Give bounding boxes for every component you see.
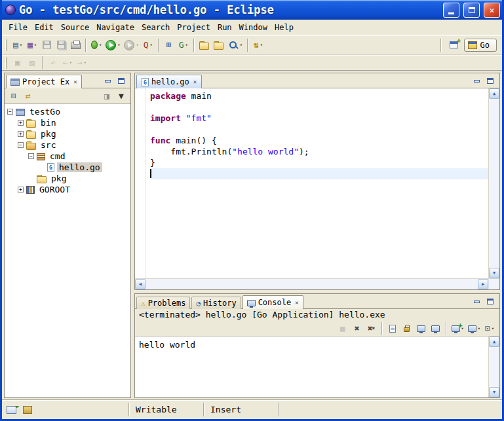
scroll-down-button[interactable] — [489, 268, 499, 278]
print-button[interactable] — [68, 37, 83, 52]
tree-item-pkg[interactable]: pkg — [5, 173, 130, 184]
code-line[interactable]: func main() { — [150, 135, 488, 146]
expand-toggle-icon[interactable]: + — [18, 120, 24, 126]
console-tab[interactable]: Console — [242, 295, 303, 309]
expand-toggle-icon[interactable]: + — [18, 131, 24, 137]
go-tools-button[interactable]: G▾ — [176, 37, 191, 52]
minimize-button[interactable] — [443, 3, 459, 18]
view-menu-button[interactable]: ▼ — [114, 88, 128, 103]
maximize-view-button[interactable] — [484, 76, 496, 86]
code-line[interactable] — [150, 124, 488, 135]
code-line[interactable]: fmt.Println("hello world"); — [150, 146, 488, 157]
editor-tab-hello-go[interactable]: hello.go — [136, 75, 202, 88]
menu-search[interactable]: Search — [138, 21, 173, 34]
project-explorer-tab[interactable]: Project Ex — [6, 75, 82, 88]
go-new-app-button[interactable]: ⊞ — [162, 37, 176, 52]
back-button[interactable]: ←▾ — [60, 55, 75, 70]
terminate-button[interactable]: ■ — [336, 321, 350, 336]
scrollbar-track[interactable] — [489, 99, 499, 268]
open-console-button[interactable]: ▾ — [450, 321, 466, 336]
scroll-up-button[interactable] — [489, 88, 499, 99]
filters-button[interactable]: ◨ — [100, 88, 114, 103]
save-all-button[interactable] — [54, 37, 68, 52]
menu-navigate[interactable]: Navigate — [93, 21, 138, 34]
console-output[interactable]: hello world — [135, 337, 488, 397]
close-tab-icon[interactable] — [73, 79, 77, 85]
collapse-toggle-icon[interactable]: − — [18, 142, 24, 148]
scroll-left-button[interactable] — [135, 279, 145, 289]
forward-button[interactable]: →▾ — [75, 55, 89, 70]
menu-project[interactable]: Project — [174, 21, 214, 34]
remove-launch-button[interactable]: ✖ — [350, 321, 364, 336]
menu-help[interactable]: Help — [271, 21, 297, 34]
menu-file[interactable]: File — [5, 21, 31, 34]
tree-item-cmd[interactable]: −cmd — [5, 151, 130, 162]
annotation-ruler[interactable] — [135, 88, 146, 278]
collapse-toggle-icon[interactable]: − — [28, 153, 34, 159]
new-go-element-button[interactable]: ▦▾ — [25, 37, 39, 52]
search-button[interactable]: ▾ — [226, 37, 244, 52]
menu-window[interactable]: Window — [236, 21, 271, 34]
link-with-editor-button[interactable]: ⇄ — [21, 88, 35, 103]
show-stderr-button[interactable] — [429, 321, 443, 336]
expand-toggle-icon[interactable]: + — [18, 187, 24, 192]
new-button[interactable]: ▤▾ — [10, 37, 25, 52]
pin-editor-button[interactable]: ▣ — [10, 55, 25, 70]
collapse-toggle-icon[interactable]: − — [7, 109, 13, 115]
profile-button[interactable]: ▾ — [122, 37, 140, 52]
tree-item-pkg[interactable]: +pkg — [5, 128, 130, 139]
display-console-button[interactable]: ▾ — [466, 321, 482, 336]
open-package-button[interactable] — [212, 37, 226, 52]
code-line[interactable] — [150, 101, 488, 113]
show-annotations-button[interactable]: ▧ — [25, 55, 39, 70]
history-tab[interactable]: ◔ History — [191, 297, 241, 309]
editor-vertical-scrollbar[interactable] — [488, 88, 499, 278]
minimize-view-button[interactable] — [471, 297, 482, 306]
fast-view-icon[interactable] — [7, 406, 16, 414]
problems-tab[interactable]: ⚠ Problems — [136, 297, 190, 309]
team-sync-button[interactable]: ⇅▾ — [251, 37, 265, 52]
save-button[interactable] — [39, 37, 54, 52]
scroll-up-button[interactable] — [489, 337, 499, 347]
collapse-all-button[interactable]: ⊟ — [7, 88, 21, 103]
close-button[interactable]: ✕ — [484, 3, 500, 18]
scroll-lock-button[interactable] — [400, 321, 414, 336]
minimize-view-button[interactable] — [102, 76, 113, 86]
close-tab-icon[interactable] — [295, 299, 298, 306]
toolbar-grip[interactable] — [5, 39, 7, 51]
tree-item-hello-go[interactable]: hello.go — [5, 162, 130, 173]
scroll-down-button[interactable] — [489, 387, 499, 397]
tree-item-testgo[interactable]: −testGo — [5, 106, 130, 117]
console-vertical-scrollbar[interactable] — [488, 337, 499, 397]
scroll-right-button[interactable] — [478, 279, 488, 289]
tree-item-goroot[interactable]: +GOROOT — [5, 184, 130, 195]
close-tab-icon[interactable] — [193, 79, 197, 85]
maximize-view-button[interactable] — [115, 76, 127, 86]
external-tools-button[interactable]: Q▾ — [141, 37, 155, 52]
open-resource-button[interactable] — [197, 37, 212, 52]
run-button[interactable]: ▾ — [104, 37, 122, 52]
last-edit-location-button[interactable]: ↶ — [46, 55, 60, 70]
maximize-button[interactable] — [463, 3, 480, 18]
toolbar-grip[interactable] — [5, 57, 7, 69]
menu-run[interactable]: Run — [214, 21, 235, 34]
remove-all-launches-button[interactable]: ✖✖ — [364, 321, 379, 336]
open-perspective-button[interactable] — [447, 37, 461, 52]
console-menu-button[interactable]: ⊡▾ — [482, 321, 497, 336]
go-perspective-button[interactable]: Go — [464, 39, 497, 52]
code-line[interactable] — [150, 168, 488, 179]
editor-horizontal-scrollbar[interactable] — [135, 278, 488, 289]
menu-source[interactable]: Source — [58, 21, 92, 34]
code-line[interactable]: } — [150, 157, 488, 168]
tree-item-src[interactable]: −src — [5, 139, 130, 151]
title-bar[interactable]: Go - testGo/src/cmd/hello.go - Eclipse ✕ — [2, 0, 502, 20]
code-line[interactable]: import "fmt" — [150, 113, 488, 124]
clear-console-button[interactable] — [385, 321, 400, 336]
scrollbar-track[interactable] — [489, 347, 499, 387]
tree-item-bin[interactable]: +bin — [5, 117, 130, 128]
show-stdout-button[interactable] — [414, 321, 429, 336]
menu-edit[interactable]: Edit — [31, 21, 57, 34]
debug-button[interactable]: ▾ — [89, 37, 104, 52]
code-editor[interactable]: package mainimport "fmt"func main() { fm… — [146, 88, 488, 278]
minimize-view-button[interactable] — [471, 76, 482, 86]
